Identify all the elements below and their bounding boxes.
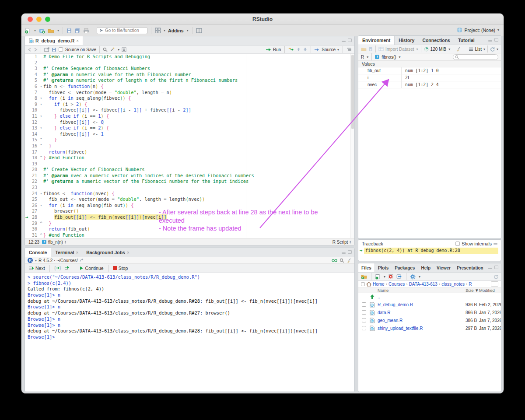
line-number[interactable]: 6 — [25, 84, 37, 90]
minimize-pane-icon[interactable] — [488, 40, 492, 42]
code-line[interactable]: 29^ } — [25, 220, 354, 227]
line-number[interactable]: 27 — [25, 208, 37, 214]
code-line[interactable]: 17 return(fibvec) — [25, 149, 354, 155]
line-number[interactable]: 22 — [25, 178, 37, 185]
tab-viewer[interactable]: Viewer — [434, 263, 454, 272]
save-workspace-icon[interactable] — [368, 47, 373, 51]
back-icon[interactable] — [28, 48, 32, 52]
addins-dropdown[interactable]: ▾ — [187, 28, 189, 32]
save-icon[interactable] — [52, 47, 56, 52]
compile-report-icon[interactable] — [122, 47, 126, 52]
open-file-dropdown[interactable]: ▾ — [57, 28, 59, 32]
environment-variable-row[interactable]: fib_outnum [1:2] 1 0 — [358, 67, 501, 74]
debug-continue-button[interactable]: Continue — [80, 266, 104, 271]
console-output[interactable]: > source("~/Courses/DATA-413-613/class_n… — [25, 273, 354, 392]
memory-usage-label[interactable]: 120 MiB — [430, 47, 447, 52]
step-out-icon[interactable] — [64, 266, 70, 270]
file-name-link[interactable]: shiny_upload_textfile.R — [378, 326, 423, 331]
line-number[interactable]: 15 — [25, 137, 37, 143]
line-number[interactable]: 24 — [25, 191, 37, 197]
file-row[interactable]: Rgeo_mean.R386 BJan 7, 2026 — [358, 317, 501, 325]
environment-variable-row[interactable]: nvecnum [1:2] 2 4 — [358, 81, 501, 88]
load-workspace-icon[interactable] — [361, 47, 367, 51]
select-all-checkbox[interactable] — [361, 282, 365, 286]
code-line[interactable]: 25 fib_out <- vector(mode = "double", le… — [25, 196, 354, 203]
code-line[interactable]: 15^ } — [25, 137, 354, 143]
source-button[interactable]: Source▾ — [315, 47, 339, 52]
tab-help[interactable]: Help — [418, 263, 434, 272]
line-number[interactable]: 18 — [25, 155, 37, 161]
line-number[interactable]: 9 — [25, 102, 37, 108]
code-line[interactable]: 7 fibvec <- vector(mode = "double", leng… — [25, 90, 354, 96]
code-line[interactable]: 11▾ } else if (i == 1) { — [25, 113, 354, 119]
parent-directory-row[interactable]: .. — [358, 293, 501, 301]
line-number[interactable]: 17 — [25, 149, 37, 155]
code-line[interactable]: 14 fibvec[[i]] <- 1 — [25, 131, 354, 137]
line-number[interactable]: 4 — [25, 72, 37, 78]
refresh-icon[interactable] — [490, 47, 495, 52]
clear-console-broom-icon[interactable] — [346, 258, 352, 263]
code-line[interactable]: 9▾ if (i > 2) { — [25, 102, 354, 108]
line-number[interactable]: 2 — [25, 60, 37, 66]
home-icon[interactable] — [366, 282, 371, 287]
r-logo-icon[interactable]: R — [28, 258, 33, 263]
line-number[interactable]: 25 — [25, 196, 37, 203]
file-name-link[interactable]: data.R — [378, 310, 390, 315]
breadcrumb-link[interactable]: DATA-413-613 — [409, 282, 438, 287]
new-file-icon[interactable] — [25, 27, 31, 35]
workspace-panes-dropdown[interactable]: ▾ — [164, 28, 165, 32]
line-number[interactable]: 12 — [25, 119, 37, 126]
jobs-close-icon[interactable] — [127, 250, 130, 255]
code-line[interactable]: 21#' @param nvec a numeric vector with i… — [25, 173, 354, 179]
save-all-icon[interactable] — [74, 27, 80, 35]
code-line[interactable]: 30 return(fib_out) — [25, 226, 354, 232]
minimize-pane-icon[interactable] — [494, 243, 497, 245]
line-number[interactable]: 28 — [25, 214, 37, 220]
code-line[interactable]: 13▾ } else if (i == 2) { — [25, 125, 354, 131]
addins-menu[interactable]: Addins — [168, 28, 184, 33]
step-into-icon[interactable]: {} — [54, 266, 61, 270]
tab-packages[interactable]: Packages — [392, 263, 418, 272]
file-row[interactable]: RR_debug_demo.R936 BFeb 2, 2026 — [358, 301, 501, 309]
breadcrumb-link[interactable]: Courses — [388, 282, 405, 287]
goto-directory-icon[interactable] — [80, 259, 84, 262]
file-checkbox[interactable] — [362, 302, 366, 307]
code-line[interactable]: 5#' @returns numeric vector of length n … — [25, 77, 354, 84]
minimize-pane-icon[interactable] — [342, 41, 346, 42]
import-dataset-button[interactable]: Import Dataset — [385, 47, 414, 52]
debug-next-button[interactable]: Next — [28, 266, 45, 271]
code-line[interactable]: 1# Demo File for R Scripts and Debugging — [25, 54, 354, 60]
line-number[interactable]: 31 — [25, 232, 37, 238]
line-number[interactable]: 21 — [25, 173, 37, 179]
code-line[interactable]: 23 — [25, 185, 354, 191]
line-number[interactable]: 11 — [25, 113, 37, 119]
code-line[interactable]: 26▾ for (i in seq_along(fib_out)) { — [25, 203, 354, 209]
tab-plots[interactable]: Plots — [375, 263, 392, 272]
line-number[interactable]: 14 — [25, 131, 37, 137]
breadcrumb-link[interactable]: R — [469, 282, 472, 287]
minimize-pane-icon[interactable] — [488, 268, 492, 269]
search-icon[interactable] — [340, 258, 344, 263]
file-checkbox[interactable] — [362, 310, 366, 315]
line-number[interactable]: 3 — [25, 66, 37, 72]
r-version-dropdown[interactable]: ▾ — [35, 259, 37, 262]
tab-close-icon[interactable] — [76, 38, 79, 43]
code-line[interactable]: 27 browser() — [25, 208, 354, 214]
code-line[interactable]: 22#' @returns a numeric vector of the Fi… — [25, 178, 354, 185]
popout-icon[interactable] — [44, 47, 49, 52]
file-row[interactable]: Rshiny_upload_textfile.R297 BJan 7, 2026 — [358, 325, 501, 332]
column-name[interactable]: Name — [378, 288, 388, 293]
line-number[interactable]: 19 — [25, 161, 37, 167]
scope-selector[interactable]: f fib_n(n) ▴▾ — [42, 240, 66, 245]
save-icon[interactable] — [66, 27, 72, 35]
code-line[interactable]: 18^} #end Function — [25, 155, 354, 161]
source-down-icon[interactable] — [303, 47, 307, 52]
line-number[interactable]: 1 — [25, 54, 37, 60]
search-icon[interactable] — [103, 47, 108, 52]
delete-file-icon[interactable] — [388, 274, 394, 280]
file-checkbox[interactable] — [362, 326, 366, 330]
line-number[interactable]: 23 — [25, 185, 37, 191]
tab-background-jobs[interactable]: Background Jobs — [82, 248, 133, 257]
tab-connections[interactable]: Connections — [418, 36, 454, 45]
new-project-icon[interactable]: R — [38, 27, 45, 35]
